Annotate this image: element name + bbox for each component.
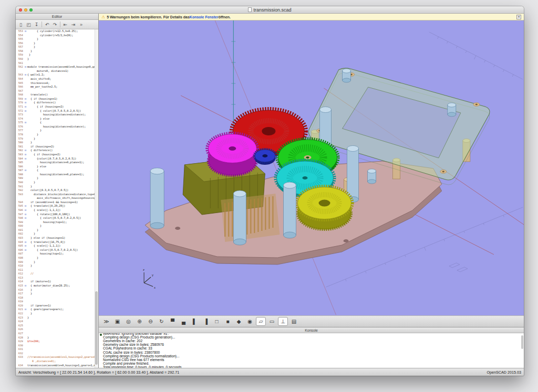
editor-scrollbar-thumb[interactable] bbox=[95, 291, 98, 365]
console-output[interactable]: WARNING: Ignoring unknown variable 'xs'.… bbox=[99, 333, 524, 368]
3d-viewport[interactable]: z x y bbox=[99, 20, 524, 315]
code-line[interactable]: 587 ⊟ { bbox=[16, 168, 98, 173]
fold-marker-icon[interactable]: ⊟ bbox=[24, 105, 27, 109]
code-line[interactable]: 633 ⊟ //transmission(assemble=1,housing=… bbox=[16, 355, 98, 359]
code-line[interactable]: 568 ⊟ translate() bbox=[16, 93, 98, 97]
code-line[interactable]: 623 ⊟ } bbox=[16, 316, 98, 320]
code-line[interactable]: 590 ⊟ } bbox=[16, 181, 98, 185]
console-window-link[interactable]: Konsole Fenster bbox=[190, 15, 219, 19]
code-line[interactable]: 598 ⊟ { color([0.5,0.7,0.2,0.5]) bbox=[16, 216, 98, 220]
fold-marker-icon[interactable]: ⊟ bbox=[24, 208, 27, 213]
code-line[interactable]: 594 ⊟ if (assemble==1 && housing==1) bbox=[16, 200, 98, 205]
code-line[interactable]: ⊟ motor=0, distance=1) bbox=[16, 69, 98, 73]
code-line[interactable]: 555 ⊟ } bbox=[16, 37, 98, 41]
code-line[interactable]: 586 ⊟ } else bbox=[16, 165, 98, 169]
fold-marker-icon[interactable]: ⊟ bbox=[24, 157, 27, 161]
code-line[interactable]: 592 ⊟ color([0.3,0.5,0.7,0.5]) bbox=[16, 188, 98, 193]
fold-marker-icon[interactable]: ⊟ bbox=[24, 240, 27, 245]
minimize-window-button[interactable] bbox=[24, 8, 27, 12]
code-line[interactable]: 614 ⊟ if (motor==1) bbox=[16, 280, 98, 284]
code-line[interactable]: 591 ⊟ } bbox=[16, 185, 98, 189]
orthogonal-button[interactable]: ▭ bbox=[267, 317, 277, 326]
banner-close-icon[interactable]: ✕ bbox=[516, 15, 521, 19]
code-line[interactable]: 580 ⊟ } bbox=[16, 141, 98, 145]
code-line[interactable]: 588 ⊟ housing(distance=0,plane=1); bbox=[16, 173, 98, 177]
code-line[interactable]: 610 ⊟ } bbox=[16, 264, 98, 268]
view-right-button[interactable]: ▐ bbox=[201, 317, 211, 326]
fold-marker-icon[interactable]: ⊟ bbox=[24, 308, 27, 312]
fold-marker-icon[interactable]: ⊟ bbox=[24, 153, 27, 157]
fold-marker-icon[interactable]: ⊟ bbox=[24, 204, 27, 208]
code-line[interactable]: 613 ⊟ bbox=[16, 276, 98, 280]
code-line[interactable]: 630 ⊟ bbox=[16, 344, 98, 348]
save-file-icon[interactable]: ↧ bbox=[33, 21, 40, 28]
code-line[interactable]: 603 ⊟ } else if (housing==1) bbox=[16, 236, 98, 240]
code-line[interactable]: 609 ⊟ } bbox=[16, 260, 98, 264]
code-line[interactable]: 629 ⊟ $fn=200; bbox=[16, 340, 98, 344]
code-line[interactable]: 584 ⊟ {color([0.7,0.5,0.2,0.5]) bbox=[16, 157, 98, 161]
unindent-icon[interactable]: ⇤ bbox=[62, 21, 69, 28]
open-file-icon[interactable]: ◰ bbox=[25, 21, 32, 28]
code-line[interactable]: 624 ⊟ bbox=[16, 320, 98, 324]
code-line[interactable]: 607 ⊟ housing(top=1); bbox=[16, 252, 98, 256]
code-line[interactable]: 617 ⊟ } bbox=[16, 292, 98, 296]
code-line[interactable]: 597 ⊟ { rotate([180,0,180]) bbox=[16, 213, 98, 217]
code-line[interactable]: 618 ⊟ bbox=[16, 296, 98, 300]
code-line[interactable]: 574 ⊟ } else bbox=[16, 117, 98, 121]
fold-marker-icon[interactable]: ⊟ bbox=[24, 149, 27, 153]
code-line[interactable]: ⊟ axis_shift=axis_shift,housing=housing)… bbox=[16, 196, 98, 200]
new-file-icon[interactable]: ▯ bbox=[17, 21, 24, 28]
fold-marker-icon[interactable]: ⊟ bbox=[24, 29, 27, 34]
view-center-button[interactable]: ◉ bbox=[245, 317, 255, 326]
code-line[interactable]: 554 ⊟ cylinder(r=5/2,h=20); bbox=[16, 34, 98, 38]
code-line[interactable]: 556 ⊟ } bbox=[16, 41, 98, 46]
code-line[interactable]: 553 ⊟ { cylinder(r=12.5,h=0.25); bbox=[16, 29, 98, 34]
code-line[interactable]: 631 ⊟ bbox=[16, 347, 98, 352]
fold-marker-icon[interactable]: ⊟ bbox=[24, 109, 27, 113]
code-line[interactable]: 596 ⊟ { scale([-1,1,1]) bbox=[16, 208, 98, 213]
code-line[interactable]: 605 ⊟ { scale([-1,1,1]) bbox=[16, 244, 98, 248]
fold-marker-icon[interactable]: ⊟ bbox=[24, 248, 27, 252]
code-line[interactable]: 616 ⊟ } bbox=[16, 288, 98, 292]
code-line[interactable]: 562 ⊟ module transmission(assemble=0,hou… bbox=[16, 65, 98, 69]
fold-marker-icon[interactable]: ⊟ bbox=[24, 284, 27, 288]
code-line[interactable]: 600 ⊟ } bbox=[16, 224, 98, 228]
fold-marker-icon[interactable]: ⊟ bbox=[24, 244, 27, 248]
show-axes-button[interactable]: ⊥ bbox=[278, 317, 288, 326]
code-line[interactable]: 606 ⊟ { color([0.5,0.7,0.2,0.5]) bbox=[16, 248, 98, 252]
zoom-in-button[interactable]: ⊕ bbox=[134, 317, 144, 326]
code-line[interactable]: 572 ⊟ { color([0.7,0.5,0.2,0.5]) bbox=[16, 109, 98, 113]
zoom-all-button[interactable]: ◎ bbox=[123, 317, 133, 326]
code-line[interactable]: 632 ⊟ bbox=[16, 352, 98, 356]
fold-marker-icon[interactable]: ⊟ bbox=[24, 101, 27, 105]
code-line[interactable]: 611 ⊟ bbox=[16, 268, 98, 272]
code-line[interactable]: 573 ⊟ housing(distance=distance); bbox=[16, 113, 98, 117]
code-line[interactable]: 581 ⊟ if (housing==2) bbox=[16, 145, 98, 149]
fold-marker-icon[interactable]: ⊟ bbox=[24, 65, 27, 69]
view-front-button[interactable]: □ bbox=[212, 317, 222, 326]
toolbar-overflow-icon[interactable]: » bbox=[78, 21, 85, 28]
code-line[interactable]: 577 ⊟ } bbox=[16, 129, 98, 133]
view-diagonal-button[interactable]: ◆ bbox=[234, 317, 244, 326]
view-render-button[interactable]: ▣ bbox=[112, 317, 122, 326]
code-line[interactable]: 634 ⊟ transmission(assemble=0,housing=1,… bbox=[16, 364, 98, 368]
reset-view-button[interactable]: ↻ bbox=[157, 317, 167, 326]
editor-scrollbar[interactable] bbox=[95, 29, 98, 368]
code-line[interactable]: 626 ⊟ bbox=[16, 327, 98, 332]
code-line[interactable]: 583 ⊟ { if (housing==2) bbox=[16, 153, 98, 157]
code-line[interactable]: 570 ⊟ { difference() bbox=[16, 101, 98, 105]
code-line[interactable]: 561 ⊟ bbox=[16, 61, 98, 66]
indent-icon[interactable]: ⇥ bbox=[70, 21, 77, 28]
code-line[interactable]: 615 ⊟ { motor(motor_dia=28.25); bbox=[16, 284, 98, 288]
code-line[interactable]: 564 ⊟ axis_shift=8; bbox=[16, 77, 98, 81]
code-line[interactable]: 569 ⊟ { if (housing==1) bbox=[16, 97, 98, 101]
code-line[interactable]: 593 ⊟ distance_blocks(distance=distance,… bbox=[16, 193, 98, 197]
code-line[interactable]: 602 ⊟ } bbox=[16, 232, 98, 236]
code-line[interactable]: 578 ⊟ } bbox=[16, 133, 98, 137]
code-line[interactable]: 582 ⊟ { difference() bbox=[16, 149, 98, 153]
code-line[interactable]: 558 ⊟ } bbox=[16, 49, 98, 54]
code-line[interactable]: 612 ⊟ // bbox=[16, 272, 98, 276]
undo-icon[interactable]: ↶ bbox=[44, 21, 50, 28]
view-top-button[interactable]: ▀ bbox=[168, 317, 178, 326]
fold-marker-icon[interactable]: ⊟ bbox=[24, 213, 27, 217]
